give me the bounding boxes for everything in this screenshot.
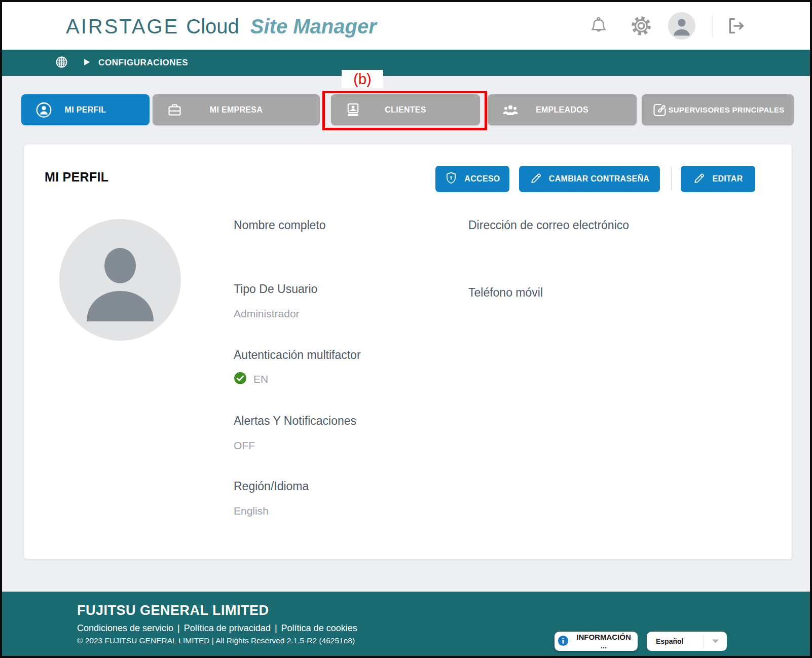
- access-button-label: ACCESO: [464, 174, 500, 184]
- copyright-text: © 2023 FUJITSU GENERAL LIMITED | All Rig…: [77, 636, 355, 645]
- user-type-value: Administrador: [234, 308, 300, 320]
- top-header: AIRSTAGE Cloud Site Manager: [2, 2, 810, 50]
- privacy-policy-link[interactable]: Política de privacidad: [184, 623, 271, 633]
- tab-label: MI EMPRESA: [210, 105, 263, 115]
- mi-perfil-card: MI PERFIL ACCESO CAMBIAR CONTRASEÑA: [24, 144, 792, 559]
- information-button[interactable]: INFORMACIÓN ...: [555, 632, 638, 651]
- pencil-icon: [530, 172, 542, 187]
- tab-label: EMPLEADOS: [536, 105, 588, 115]
- check-circle-icon: [234, 372, 247, 387]
- edit-button[interactable]: EDITAR: [681, 166, 755, 192]
- info-icon: [558, 635, 569, 648]
- person-circle-icon: [35, 101, 52, 118]
- alerts-label: Alertas Y Notificaciones: [234, 414, 356, 428]
- edit-button-label: EDITAR: [712, 174, 743, 184]
- annotation-label-b: (b): [342, 70, 383, 88]
- tab-clientes[interactable]: CLIENTES: [331, 94, 480, 125]
- language-select-value: Español: [647, 637, 704, 645]
- breadcrumb-arrow-icon: [83, 58, 91, 68]
- logo-cloud-text: Cloud: [186, 15, 239, 38]
- user-avatar[interactable]: [668, 2, 695, 50]
- language-select[interactable]: Español: [647, 632, 727, 651]
- region-language-value: English: [234, 505, 269, 517]
- page-title: MI PERFIL: [45, 170, 108, 185]
- alerts-value: OFF: [234, 440, 255, 452]
- briefcase-icon: [167, 102, 182, 118]
- region-language-label: Región/Idioma: [234, 480, 309, 493]
- tab-label: CLIENTES: [385, 105, 426, 115]
- access-button[interactable]: ACCESO: [435, 166, 509, 192]
- logo-airstage-text: AIRSTAGE: [66, 15, 179, 38]
- people-group-icon: [502, 103, 519, 117]
- notifications-bell-icon[interactable]: [589, 2, 608, 50]
- footer-links: Condiciones de servicio|Política de priv…: [77, 623, 357, 634]
- airstage-site-manager-screen: AIRSTAGE Cloud Site Manager: [0, 0, 812, 658]
- airstage-logo: AIRSTAGE Cloud Site Manager: [66, 2, 377, 50]
- information-button-label: INFORMACIÓN ...: [573, 633, 635, 650]
- chevron-down-icon: [704, 639, 727, 644]
- logo-site-manager-text: Site Manager: [250, 15, 377, 38]
- cookie-policy-link[interactable]: Política de cookies: [281, 623, 357, 633]
- user-type-label: Tipo De Usuario: [234, 282, 317, 296]
- link-separator: |: [271, 623, 281, 633]
- tab-mi-empresa[interactable]: MI EMPRESA: [153, 94, 320, 125]
- tab-label: MI PERFIL: [65, 105, 106, 115]
- mfa-label: Autenticación multifactor: [234, 348, 361, 362]
- configuration-breadcrumb-bar: CONFIGURACIONES: [2, 50, 810, 76]
- page-footer: FUJITSU GENERAL LIMITED Condiciones de s…: [2, 592, 810, 658]
- mfa-status-row: EN: [234, 372, 268, 387]
- change-password-button-label: CAMBIAR CONTRASEÑA: [549, 174, 649, 184]
- breadcrumb: CONFIGURACIONES: [98, 58, 188, 68]
- tab-supervisores-principales[interactable]: SUPERVISORES PRINCIPALES: [642, 94, 794, 125]
- full-name-label: Nombre completo: [234, 218, 326, 232]
- mobile-phone-label: Teléfono móvil: [468, 286, 543, 300]
- shield-lock-icon: [445, 171, 458, 187]
- terms-of-service-link[interactable]: Condiciones de servicio: [77, 623, 173, 633]
- pencil-icon: [693, 172, 706, 187]
- link-square-icon: [652, 102, 668, 118]
- mfa-value: EN: [253, 373, 268, 385]
- globe-icon: [55, 55, 68, 71]
- button-divider: [671, 168, 672, 190]
- tab-label: SUPERVISORES PRINCIPALES: [651, 105, 784, 114]
- settings-gear-icon[interactable]: [630, 2, 653, 50]
- header-divider: [713, 15, 713, 38]
- contact-card-icon: [345, 102, 361, 118]
- email-label: Dirección de correo electrónico: [468, 218, 629, 232]
- link-separator: |: [173, 623, 184, 633]
- logout-icon[interactable]: [726, 2, 746, 50]
- tab-empleados[interactable]: EMPLEADOS: [488, 94, 637, 125]
- profile-photo-placeholder: [59, 219, 181, 341]
- change-password-button[interactable]: CAMBIAR CONTRASEÑA: [519, 166, 660, 192]
- tab-mi-perfil[interactable]: MI PERFIL: [21, 94, 150, 125]
- fujitsu-company-name: FUJITSU GENERAL LIMITED: [77, 603, 269, 618]
